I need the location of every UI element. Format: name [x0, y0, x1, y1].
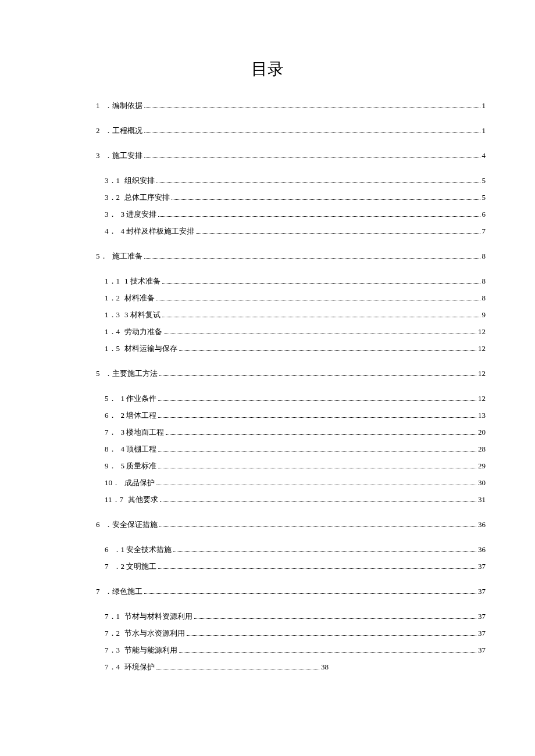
- toc-label: 3 材料复试: [124, 310, 160, 320]
- toc-number: 7．4: [105, 662, 120, 672]
- toc-page-number: 7: [482, 227, 486, 236]
- toc-number: 11．7: [105, 495, 123, 505]
- toc-entry: 1．5材料运输与保存12: [105, 343, 486, 354]
- toc-label: 施工准备: [112, 251, 142, 261]
- toc-number: 8．: [105, 444, 116, 454]
- toc-label: 2 墙体工程: [121, 410, 157, 421]
- toc-number: 5: [96, 369, 100, 378]
- toc-entry: 3．2总体工序安排5: [105, 192, 486, 203]
- toc-number: 1．1: [105, 276, 120, 286]
- toc-entry: 3．1组织安排5: [105, 175, 486, 186]
- toc-entry: 3．施工安排4: [96, 151, 486, 161]
- toc-number: 1．5: [105, 343, 120, 354]
- toc-leader-dots: [187, 635, 476, 636]
- toc-entry: 7．2节水与水资源利用37: [105, 628, 486, 639]
- table-of-contents: 1．编制依据12．工程概况13．施工安排43．1组织安排53．2总体工序安排53…: [47, 101, 488, 672]
- toc-label: 材料准备: [124, 293, 155, 303]
- toc-number: 6．: [105, 410, 116, 421]
- toc-page-number: 20: [478, 428, 486, 437]
- toc-number: 2: [96, 126, 100, 135]
- toc-page-number: 4: [482, 151, 486, 160]
- toc-page-number: 36: [478, 520, 486, 529]
- toc-label: ．安全保证措施: [105, 519, 158, 530]
- toc-page-number: 37: [478, 587, 486, 596]
- toc-number: 3．2: [105, 192, 120, 203]
- toc-leader-dots: [194, 618, 476, 619]
- toc-label: ．工程概况: [105, 126, 142, 136]
- toc-entry: 3．3 进度安排6: [105, 209, 486, 220]
- toc-leader-dots: [164, 334, 476, 334]
- toc-label: 劳动力准备: [124, 327, 162, 337]
- toc-label: 节能与能源利用: [124, 645, 177, 655]
- toc-label: 组织安排: [124, 175, 155, 186]
- toc-label: 节水与水资源利用: [124, 628, 185, 639]
- toc-number: 3．1: [105, 175, 120, 186]
- toc-label: 节材与材料资源利用: [124, 611, 192, 622]
- toc-label: 1 作业条件: [121, 393, 157, 404]
- toc-label: ．主要施工方法: [105, 368, 158, 379]
- toc-entry: 5．1 作业条件12: [105, 393, 486, 404]
- toc-entry: 8．4 顶棚工程28: [105, 444, 486, 454]
- toc-label: 3 楼地面工程: [121, 427, 165, 438]
- toc-entry: 10．成品保护30: [105, 478, 486, 488]
- toc-page-number: 37: [478, 562, 486, 571]
- toc-number: 7: [105, 562, 109, 571]
- toc-label: 其他要求: [128, 495, 158, 505]
- toc-page-number: 37: [478, 646, 486, 655]
- toc-leader-dots: [144, 258, 480, 259]
- toc-leader-dots: [158, 400, 476, 401]
- toc-label: 环境保护: [124, 662, 155, 672]
- toc-leader-dots: [144, 108, 480, 108]
- toc-label: 成品保护: [124, 478, 155, 488]
- toc-entry: 11．7其他要求31: [105, 495, 486, 505]
- toc-leader-dots: [166, 434, 476, 435]
- toc-leader-dots: [156, 485, 476, 485]
- toc-page-number: 12: [478, 369, 486, 378]
- toc-entry: 7．3 楼地面工程20: [105, 427, 486, 438]
- toc-number: 1: [96, 101, 100, 110]
- toc-number: 7．3: [105, 645, 120, 655]
- toc-leader-dots: [196, 233, 480, 234]
- toc-label: 1 技术准备: [124, 276, 160, 286]
- toc-number: 7: [96, 587, 100, 596]
- toc-entry: 5．施工准备8: [96, 251, 486, 261]
- toc-leader-dots: [162, 283, 480, 284]
- toc-page-number: 5: [482, 193, 486, 202]
- toc-entry: 7．绿色施工37: [96, 586, 486, 597]
- toc-page-number: 1: [482, 126, 486, 135]
- toc-label: 材料运输与保存: [124, 343, 177, 354]
- toc-label: ．1 安全技术措施: [113, 544, 172, 555]
- toc-leader-dots: [156, 669, 319, 669]
- toc-number: 7．2: [105, 628, 120, 639]
- toc-entry: 1．4劳动力准备12: [105, 327, 486, 337]
- toc-page-number: 12: [478, 344, 486, 353]
- toc-entry: 7．4环境保护38: [105, 662, 486, 672]
- toc-entry: 1．11 技术准备8: [105, 276, 486, 286]
- toc-page-number: 12: [478, 327, 486, 336]
- toc-number: 5．: [96, 251, 108, 261]
- toc-page-number: 1: [482, 101, 486, 110]
- page-title: 目录: [47, 58, 488, 80]
- toc-label: ．绿色施工: [105, 586, 142, 597]
- toc-leader-dots: [159, 375, 477, 376]
- toc-entry: 6．安全保证措施36: [96, 519, 486, 530]
- toc-leader-dots: [156, 182, 480, 183]
- toc-entry: 4．4 封样及样板施工安排7: [105, 226, 486, 237]
- toc-number: 6: [105, 545, 109, 554]
- toc-page-number: 29: [478, 461, 486, 471]
- toc-number: 6: [96, 520, 100, 529]
- toc-leader-dots: [162, 317, 480, 317]
- toc-leader-dots: [160, 501, 476, 502]
- toc-number: 1．4: [105, 327, 120, 337]
- toc-leader-dots: [179, 652, 476, 653]
- toc-page-number: 9: [482, 310, 486, 320]
- toc-entry: 1．编制依据1: [96, 101, 486, 111]
- toc-page-number: 12: [478, 394, 486, 403]
- toc-label: 3 进度安排: [121, 209, 157, 220]
- toc-number: 1．2: [105, 293, 120, 303]
- toc-number: 3．: [105, 209, 116, 220]
- toc-label: 4 顶棚工程: [121, 444, 157, 454]
- toc-number: 7．1: [105, 611, 120, 622]
- toc-leader-dots: [158, 468, 476, 468]
- toc-leader-dots: [156, 300, 480, 300]
